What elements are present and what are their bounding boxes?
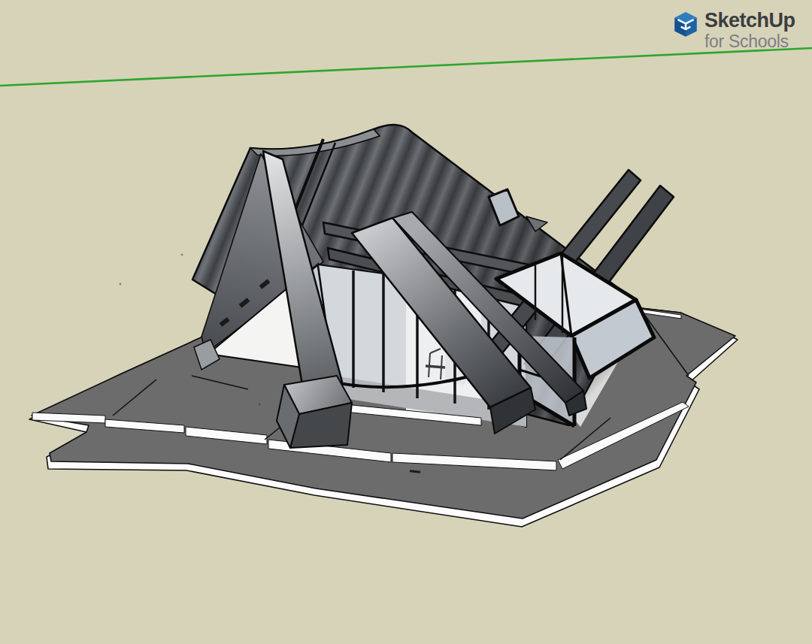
sketchup-viewport[interactable]: SketchUp for Schools	[0, 0, 812, 644]
brand-name: SketchUp	[704, 11, 795, 31]
model-canvas[interactable]	[0, 0, 812, 644]
tile-speck	[259, 404, 261, 406]
sketchup-logo: SketchUp for Schools	[672, 11, 795, 50]
brand-subtitle: for Schools	[704, 33, 795, 50]
sketchup-logo-icon	[672, 11, 699, 39]
